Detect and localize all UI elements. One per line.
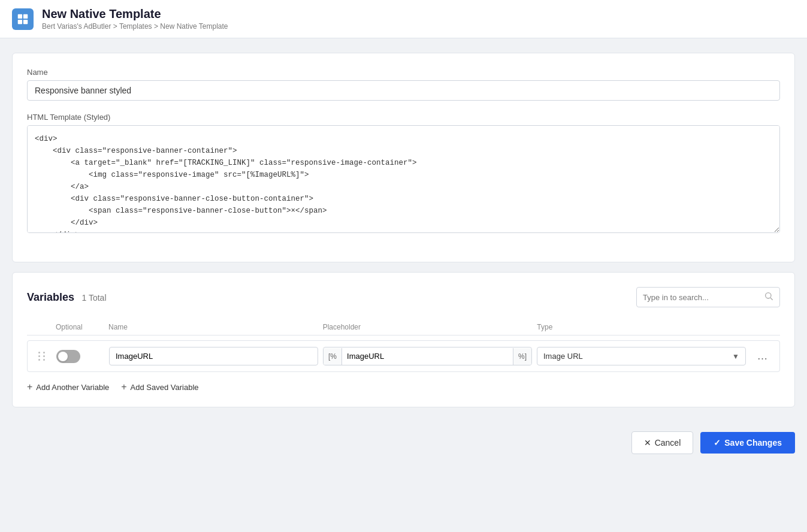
search-icon <box>764 291 773 303</box>
save-label: Save Changes <box>724 438 782 448</box>
main-content: Name HTML Template (Styled) <div> <div c… <box>0 38 807 422</box>
variables-count: 1 Total <box>82 293 107 303</box>
variables-title: Variables <box>27 291 74 303</box>
page-title: New Native Template <box>42 7 228 21</box>
placeholder-suffix: %] <box>513 348 531 365</box>
name-label: Name <box>27 68 780 77</box>
add-variable-row: + Add Another Variable + Add Saved Varia… <box>27 382 780 392</box>
type-dropdown-value: Image URL <box>543 352 583 361</box>
breadcrumb-org[interactable]: Bert Varias's AdButler <box>42 22 111 31</box>
variables-table-header: Optional Name Placeholder Type <box>27 319 780 335</box>
variables-header: Variables 1 Total <box>27 287 780 307</box>
col-optional: Optional <box>56 323 104 331</box>
svg-rect-3 <box>23 19 28 23</box>
header-text: New Native Template Bert Varias's AdButl… <box>42 7 228 31</box>
variables-search-box[interactable] <box>636 287 780 307</box>
cancel-x-icon: ✕ <box>644 438 651 448</box>
breadcrumb-templates[interactable]: Templates <box>119 22 152 31</box>
type-dropdown[interactable]: Image URL ▼ <box>537 347 746 365</box>
col-name: Name <box>108 323 318 331</box>
cancel-label: Cancel <box>655 438 681 448</box>
variables-search-input[interactable] <box>643 293 764 302</box>
chevron-down-icon: ▼ <box>732 352 739 361</box>
placeholder-prefix: [% <box>324 348 342 365</box>
col-type: Type <box>537 323 746 331</box>
name-input[interactable] <box>27 80 780 101</box>
placeholder-input-wrapper: [% %] <box>323 347 532 365</box>
add-another-variable-button[interactable]: + Add Another Variable <box>27 382 109 392</box>
drag-handle[interactable] <box>32 352 52 361</box>
table-row: [% %] Image URL ▼ … <box>27 340 780 372</box>
svg-point-4 <box>766 293 771 298</box>
form-card: Name HTML Template (Styled) <div> <div c… <box>12 53 795 262</box>
add-another-label: Add Another Variable <box>36 383 109 392</box>
html-label: HTML Template (Styled) <box>27 113 780 122</box>
placeholder-value-input[interactable] <box>342 347 513 365</box>
save-check-icon: ✓ <box>714 438 721 448</box>
add-saved-variable-button[interactable]: + Add Saved Variable <box>121 382 198 392</box>
optional-toggle[interactable] <box>56 350 80 363</box>
app-logo <box>12 8 34 30</box>
header: New Native Template Bert Varias's AdButl… <box>0 0 807 38</box>
svg-rect-0 <box>18 14 22 18</box>
more-options-button[interactable]: … <box>751 350 775 362</box>
footer: ✕ Cancel ✓ Save Changes <box>0 422 807 464</box>
plus-icon: + <box>27 382 32 392</box>
variables-title-group: Variables 1 Total <box>27 291 107 304</box>
name-group: Name <box>27 68 780 101</box>
html-group: HTML Template (Styled) <div> <div class=… <box>27 113 780 235</box>
svg-rect-2 <box>18 19 22 23</box>
plus-saved-icon: + <box>121 382 126 392</box>
breadcrumb: Bert Varias's AdButler > Templates > New… <box>42 22 228 31</box>
add-saved-label: Add Saved Variable <box>131 383 199 392</box>
svg-line-5 <box>770 298 773 300</box>
variables-card: Variables 1 Total Optional Name Placehol… <box>12 272 795 407</box>
col-placeholder: Placeholder <box>323 323 533 331</box>
html-template-textarea[interactable]: <div> <div class="responsive-banner-cont… <box>27 125 780 233</box>
breadcrumb-current: New Native Template <box>160 22 228 31</box>
save-changes-button[interactable]: ✓ Save Changes <box>700 432 795 454</box>
svg-rect-1 <box>23 14 28 18</box>
cancel-button[interactable]: ✕ Cancel <box>631 431 694 454</box>
variable-name-input[interactable] <box>109 347 318 365</box>
